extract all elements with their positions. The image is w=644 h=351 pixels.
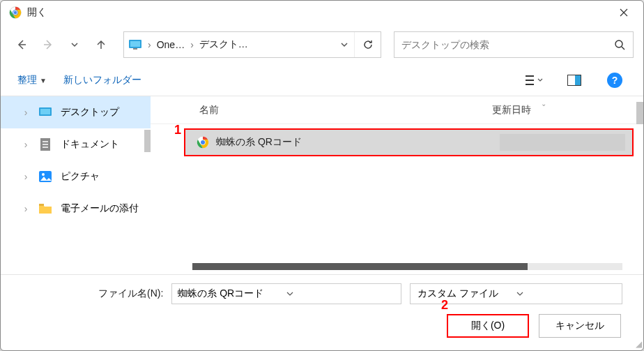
breadcrumb-sep: ›: [189, 39, 195, 50]
list-view-icon: [524, 74, 544, 87]
up-button[interactable]: [90, 33, 112, 56]
filename-combobox[interactable]: 蜘蛛の糸 QRコード: [171, 283, 401, 304]
svg-point-15: [42, 173, 45, 176]
breadcrumb-expand[interactable]: [335, 40, 354, 49]
chevron-right-icon: ›: [22, 203, 30, 214]
svg-rect-12: [40, 109, 50, 114]
recent-dropdown[interactable]: [63, 33, 86, 56]
preview-pane-toggle[interactable]: [562, 68, 586, 92]
filename-value: 蜘蛛の糸 QRコード: [178, 287, 286, 300]
svg-point-19: [201, 140, 205, 144]
sidebar-item-label: 電子メールの添付: [61, 202, 139, 215]
view-menu[interactable]: [522, 68, 546, 92]
breadcrumb-bar[interactable]: › One… › デスクト…: [123, 31, 381, 58]
toolbar: 整理▼ 新しいフォルダー ?: [1, 65, 643, 96]
chevron-down-icon: [286, 290, 395, 297]
content-area: › デスクトップ › ドキュメント › ピクチャ › 電子メールの添付: [1, 96, 643, 275]
sidebar-scrollbar-thumb[interactable]: [144, 130, 151, 152]
chevron-down-icon: [70, 40, 79, 49]
help-button[interactable]: ?: [603, 68, 627, 92]
file-name: 蜘蛛の糸 QRコード: [216, 136, 302, 149]
organize-label: 整理: [17, 74, 37, 85]
chrome-icon: [9, 6, 22, 19]
chevron-down-icon: [516, 290, 615, 297]
document-icon: [38, 137, 52, 151]
monitor-icon: [38, 105, 52, 119]
picture-icon: [38, 170, 52, 184]
svg-point-4: [14, 11, 17, 15]
breadcrumb-seg-1[interactable]: One…: [153, 39, 189, 50]
arrow-right-icon: [43, 39, 54, 50]
close-icon: [620, 8, 628, 17]
file-date-redacted: [500, 134, 625, 151]
panel-icon: [567, 75, 581, 86]
sidebar-item-email[interactable]: › 電子メールの添付: [1, 193, 151, 225]
svg-rect-16: [39, 204, 44, 206]
nav-row: › One… › デスクト…: [1, 24, 643, 65]
breadcrumb-seg-2[interactable]: デスクト…: [195, 38, 252, 51]
monitor-icon: [124, 40, 146, 50]
search-input[interactable]: [394, 39, 606, 50]
chevron-down-icon: [340, 40, 348, 49]
cancel-button[interactable]: キャンセル: [539, 314, 621, 338]
refresh-icon: [362, 39, 374, 50]
sidebar-item-desktop[interactable]: › デスクトップ: [1, 96, 151, 128]
column-headers: 名前 更新日時 ⌄: [151, 96, 643, 124]
column-name[interactable]: 名前: [199, 104, 492, 117]
svg-rect-6: [130, 41, 140, 47]
file-row-selected[interactable]: 蜘蛛の糸 QRコード: [184, 128, 634, 156]
resize-grip[interactable]: ◢: [636, 339, 642, 349]
chevron-right-icon: ›: [22, 107, 30, 118]
filename-label: ファイル名(N):: [98, 287, 163, 300]
search-box[interactable]: [394, 31, 634, 58]
annotation-1: 1: [174, 123, 181, 137]
chevron-right-icon: ›: [22, 171, 30, 182]
help-icon: ?: [607, 73, 622, 88]
breadcrumb-sep: ›: [146, 39, 153, 50]
column-date-label: 更新日時: [492, 104, 531, 115]
bottom-panel: ファイル名(N): 蜘蛛の糸 QRコード カスタム ファイル 2 開く(O) キ…: [1, 275, 643, 350]
sidebar-item-label: ピクチャ: [61, 170, 100, 183]
svg-point-8: [615, 40, 622, 47]
sidebar: › デスクトップ › ドキュメント › ピクチャ › 電子メールの添付: [1, 96, 151, 274]
arrow-up-icon: [95, 39, 107, 50]
horizontal-scrollbar-thumb[interactable]: [192, 263, 528, 270]
open-button[interactable]: 開く(O): [447, 314, 529, 338]
sidebar-item-pictures[interactable]: › ピクチャ: [1, 160, 151, 193]
sidebar-item-label: ドキュメント: [61, 138, 119, 151]
open-dialog: 開く › One… › デスクト… 整理▼ 新しいフォルダー: [0, 0, 644, 351]
chrome-icon: [197, 136, 209, 149]
svg-rect-10: [575, 75, 581, 85]
refresh-button[interactable]: [354, 32, 381, 57]
sidebar-item-label: デスクトップ: [61, 106, 119, 119]
folder-icon: [38, 202, 52, 216]
filetype-value: カスタム ファイル: [417, 287, 516, 300]
back-button[interactable]: [10, 33, 33, 56]
svg-rect-7: [133, 48, 137, 50]
chevron-down-icon: ⌄: [541, 100, 546, 107]
column-date[interactable]: 更新日時 ⌄: [492, 104, 643, 117]
search-icon: [614, 39, 625, 50]
sidebar-item-documents[interactable]: › ドキュメント: [1, 128, 151, 160]
close-button[interactable]: [610, 3, 638, 22]
annotation-2: 2: [441, 298, 448, 313]
organize-menu[interactable]: 整理▼: [17, 74, 47, 87]
chevron-right-icon: ›: [22, 139, 30, 150]
new-folder-button[interactable]: 新しいフォルダー: [63, 74, 141, 87]
title-bar: 開く: [1, 1, 643, 24]
window-title: 開く: [27, 6, 47, 19]
arrow-left-icon: [16, 39, 27, 50]
forward-button[interactable]: [37, 33, 59, 56]
search-button[interactable]: [606, 39, 633, 50]
horizontal-scrollbar[interactable]: [192, 263, 622, 270]
file-list-view: 名前 更新日時 ⌄ 1 蜘蛛の糸 QRコード: [151, 96, 643, 274]
